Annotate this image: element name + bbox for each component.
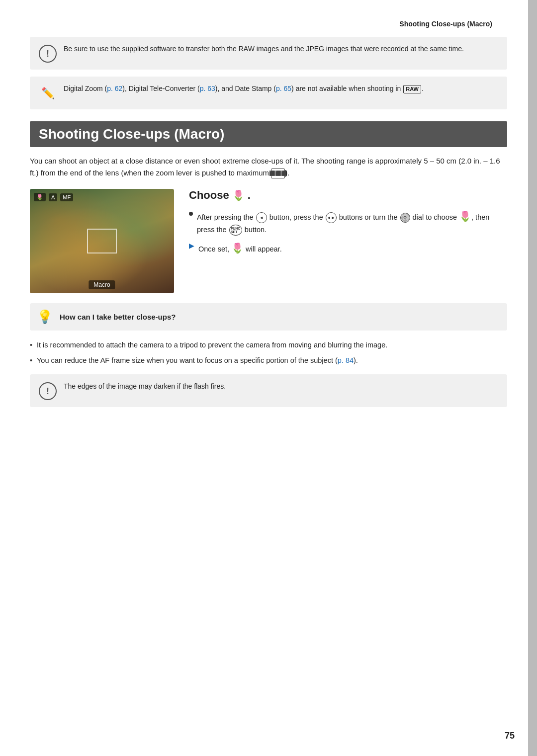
lr-button-icon: ◄► bbox=[326, 212, 337, 223]
raw-badge: RAW bbox=[403, 85, 421, 93]
link-p62[interactable]: p. 62 bbox=[107, 84, 122, 92]
focus-frame bbox=[87, 229, 117, 253]
link-p84[interactable]: p. 84 bbox=[338, 356, 354, 364]
macro-flower-icon: 🌷 bbox=[232, 189, 245, 201]
macro-mode-icon: 🌷 bbox=[34, 193, 46, 201]
header-title: Shooting Close-ups (Macro) bbox=[399, 20, 492, 28]
note1-text: Be sure to use the supplied software to … bbox=[64, 44, 464, 54]
section-heading: Shooting Close-ups (Macro) bbox=[30, 121, 507, 147]
intro-para: You can shoot an object at a close dista… bbox=[30, 155, 507, 179]
note3-text: The edges of the image may darken if the… bbox=[64, 381, 226, 392]
zoom-max-icon: ⬛⬛⬛ bbox=[271, 168, 285, 178]
func-set-button-icon: FUNCSET bbox=[229, 225, 242, 236]
link-p65[interactable]: p. 65 bbox=[276, 84, 291, 92]
step-1-text: After pressing the ◄ button, press the ◄… bbox=[197, 209, 507, 236]
camera-icons-bar: 🌷 A MF bbox=[34, 193, 73, 201]
exclamation-icon-2: ! bbox=[39, 382, 57, 400]
bullet-dot-1 bbox=[189, 212, 193, 216]
macro-label: Macro bbox=[89, 280, 115, 289]
macro-icon-step2: 🌷 bbox=[231, 241, 244, 256]
tip-heading: How can I take better close-ups? bbox=[60, 313, 176, 321]
link-p63[interactable]: p. 63 bbox=[200, 84, 215, 92]
page-header: Shooting Close-ups (Macro) bbox=[30, 20, 507, 28]
step-1: After pressing the ◄ button, press the ◄… bbox=[189, 209, 507, 236]
step-2: ▶ Once set, 🌷 will appear. bbox=[189, 241, 507, 256]
camera-image: 🌷 A MF Macro bbox=[30, 189, 174, 293]
note2-text: Digital Zoom (p. 62), Digital Tele-Conve… bbox=[64, 84, 424, 94]
bullet-item-2: You can reduce the AF frame size when yo… bbox=[30, 355, 507, 366]
note-box-2: ✏️ Digital Zoom (p. 62), Digital Tele-Co… bbox=[30, 77, 507, 109]
main-content: 🌷 A MF Macro Choose 🌷. After pressing th… bbox=[30, 189, 507, 293]
arrow-icon: ▶ bbox=[189, 242, 194, 250]
dial-icon: ⚙ bbox=[400, 213, 410, 223]
bullet-list: It is recommended to attach the camera t… bbox=[30, 339, 507, 366]
pencil-icon: ✏️ bbox=[39, 84, 57, 102]
exclamation-icon: ! bbox=[39, 45, 57, 63]
left-button-icon: ◄ bbox=[256, 212, 267, 223]
page-number: 75 bbox=[505, 731, 515, 741]
steps-area: Choose 🌷. After pressing the ◄ button, p… bbox=[189, 189, 507, 261]
step-2-text: Once set, 🌷 will appear. bbox=[198, 241, 282, 256]
tip-lightbulb-icon: 💡 bbox=[37, 309, 53, 325]
page: Shooting Close-ups (Macro) ! Be sure to … bbox=[0, 0, 537, 756]
tip-box: 💡 How can I take better close-ups? bbox=[30, 303, 507, 331]
choose-heading: Choose 🌷. bbox=[189, 189, 507, 202]
mf-mode-icon: MF bbox=[60, 193, 73, 201]
bullet-item-1: It is recommended to attach the camera t… bbox=[30, 339, 507, 351]
macro-icon-step1: 🌷 bbox=[459, 209, 471, 224]
note-box-1: ! Be sure to use the supplied software t… bbox=[30, 37, 507, 70]
note-box-3: ! The edges of the image may darken if t… bbox=[30, 374, 507, 407]
a-mode-icon: A bbox=[49, 193, 57, 201]
